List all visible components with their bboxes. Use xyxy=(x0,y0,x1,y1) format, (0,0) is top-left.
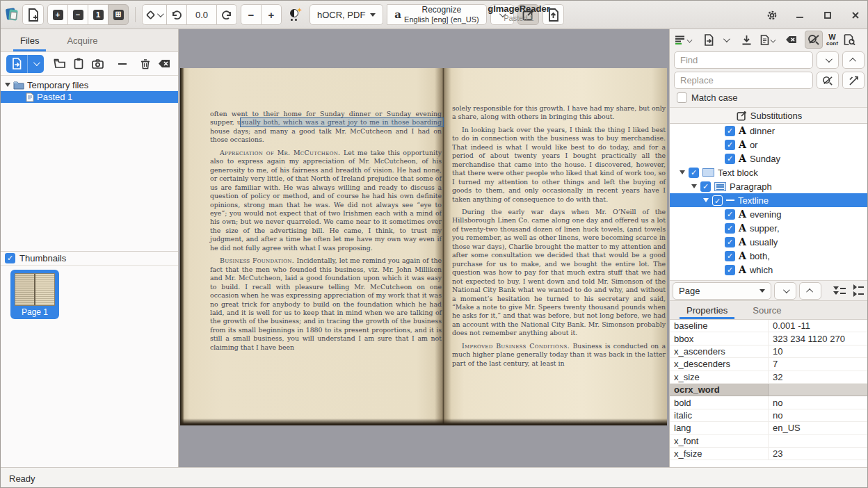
thumbnails-checkbox[interactable]: ✓ xyxy=(5,253,15,263)
tab-source[interactable]: Source xyxy=(741,301,792,319)
word-checkbox[interactable]: ✓ xyxy=(725,126,735,136)
zoom-out-button[interactable]: − xyxy=(67,4,88,25)
scanned-book-image[interactable]: often went to their home for Sunday dinn… xyxy=(180,68,667,425)
word-checkbox[interactable]: ✓ xyxy=(725,251,735,261)
settings-button[interactable] xyxy=(764,8,780,23)
decrease-button[interactable]: − xyxy=(241,4,262,25)
find-input[interactable] xyxy=(674,51,813,69)
property-row[interactable]: x_ascenders10 xyxy=(670,345,868,358)
tree-folder-row[interactable]: Temporary files xyxy=(1,79,178,91)
rotation-angle-value[interactable]: 0.0 xyxy=(186,4,217,25)
tree-paragraph-row[interactable]: ✓ Paragraph xyxy=(670,179,868,193)
property-row[interactable]: x_size32 xyxy=(670,371,868,384)
word-checkbox[interactable]: ✓ xyxy=(725,154,735,164)
property-row[interactable]: bbox323 234 1120 270 xyxy=(670,332,868,345)
files-toolbar xyxy=(1,52,178,76)
property-row[interactable]: boldno xyxy=(670,396,868,409)
delete-source-button[interactable] xyxy=(138,55,154,73)
expander-icon[interactable] xyxy=(703,198,709,202)
property-row[interactable]: x_font xyxy=(670,435,868,448)
property-row[interactable]: x_fsize23 xyxy=(670,448,868,460)
expander-icon[interactable] xyxy=(680,170,685,174)
increase-button[interactable]: + xyxy=(261,4,282,25)
rotate-mode-button[interactable] xyxy=(142,4,167,25)
match-case-checkbox[interactable] xyxy=(677,92,687,103)
property-section-row[interactable]: ocrx_word xyxy=(670,384,868,396)
maximize-button[interactable] xyxy=(820,8,835,23)
word-confidence-toggle[interactable]: W conf xyxy=(824,31,840,49)
save-hocr-button[interactable] xyxy=(739,31,754,49)
replace-input[interactable] xyxy=(674,72,813,89)
zoom-fit-button[interactable]: ⊞ xyxy=(108,4,129,25)
export-menu-button[interactable] xyxy=(758,31,778,49)
zoom-in-button[interactable]: + xyxy=(47,4,68,25)
expander-icon[interactable] xyxy=(5,83,10,87)
property-row[interactable]: x_descenders7 xyxy=(670,358,868,371)
target-select[interactable]: Page xyxy=(673,282,771,300)
clear-output-button[interactable] xyxy=(783,31,799,49)
open-button[interactable] xyxy=(6,55,27,73)
open-menu-button[interactable] xyxy=(27,55,43,73)
image-controls-button[interactable]: ✦ xyxy=(285,4,306,25)
minimize-button[interactable] xyxy=(792,8,807,23)
screenshot-button[interactable] xyxy=(90,55,106,73)
open-split-button[interactable] xyxy=(6,55,44,73)
property-row[interactable]: langen_US xyxy=(670,422,868,434)
tree-word-row[interactable]: ✓A evening xyxy=(670,207,868,221)
clear-sources-button[interactable] xyxy=(156,55,172,73)
find-replace-toggle[interactable] xyxy=(805,31,823,49)
find-next-button[interactable] xyxy=(817,51,839,69)
trash-icon xyxy=(140,58,150,70)
rotate-right-button[interactable] xyxy=(216,4,237,25)
word-checkbox[interactable]: ✓ xyxy=(725,140,735,150)
substitutions-button[interactable]: Substitutions xyxy=(670,107,868,124)
open-hocr-button[interactable] xyxy=(701,31,716,49)
close-button[interactable] xyxy=(848,8,863,23)
expander-icon[interactable] xyxy=(691,184,697,188)
word-checkbox[interactable]: ✓ xyxy=(725,209,735,220)
remove-source-button[interactable] xyxy=(114,55,130,73)
image-canvas[interactable]: often went to their home for Sunday dinn… xyxy=(179,29,669,467)
paragraph-checkbox[interactable]: ✓ xyxy=(700,181,711,192)
thumbnail-page-1[interactable]: Page 1 xyxy=(10,270,59,319)
tree-word-row[interactable]: ✓A dinner xyxy=(670,124,868,138)
textline-checkbox[interactable]: ✓ xyxy=(712,195,723,206)
next-item-button[interactable] xyxy=(774,282,796,300)
word-checkbox[interactable]: ✓ xyxy=(725,237,735,247)
app-logo-icon xyxy=(5,8,19,22)
replace-button[interactable] xyxy=(817,72,839,89)
word-checkbox[interactable]: ✓ xyxy=(725,265,735,275)
property-row[interactable]: baseline0.001 -11 xyxy=(670,320,868,332)
add-images-button[interactable] xyxy=(22,4,44,25)
tree-word-row[interactable]: ✓A which xyxy=(670,263,868,277)
output-mode-dropdown[interactable]: hOCR, PDF xyxy=(310,4,383,25)
open-menu-button[interactable] xyxy=(718,31,733,49)
find-prev-button[interactable] xyxy=(842,51,865,69)
expand-all-button[interactable] xyxy=(831,282,848,300)
property-row[interactable]: italicno xyxy=(670,409,868,422)
preview-button[interactable] xyxy=(842,31,858,49)
tree-word-row[interactable]: ✓A Sunday xyxy=(670,152,868,165)
prev-item-button[interactable] xyxy=(799,282,821,300)
tree-word-row[interactable]: ✓A supper, xyxy=(670,221,868,235)
tab-properties[interactable]: Properties xyxy=(675,301,739,319)
tree-word-row[interactable]: ✓A usually xyxy=(670,235,868,249)
tree-word-row[interactable]: ✓A or xyxy=(670,138,868,152)
zoom-original-button[interactable]: 1 xyxy=(88,4,108,25)
tree-word-row[interactable]: ✓A both, xyxy=(670,249,868,263)
word-checkbox[interactable]: ✓ xyxy=(725,223,735,234)
tree-textblock-row[interactable]: ✓ Text block xyxy=(670,165,868,179)
paste-button[interactable] xyxy=(71,55,87,73)
open-folder-button[interactable] xyxy=(52,55,68,73)
rotate-left-button[interactable] xyxy=(166,4,187,25)
tree-file-row[interactable]: Pasted 1 xyxy=(1,91,178,103)
document-subtitle: Pasted 1 xyxy=(446,14,592,22)
textblock-checkbox[interactable]: ✓ xyxy=(689,168,699,178)
insert-mode-button[interactable] xyxy=(673,31,694,49)
tab-acquire[interactable]: Acquire xyxy=(54,29,110,51)
replace-all-button[interactable] xyxy=(842,72,865,89)
tab-files[interactable]: Files xyxy=(8,29,51,51)
thumbnails-header: ✓ Thumbnails xyxy=(1,251,178,266)
collapse-all-button[interactable] xyxy=(851,282,866,300)
tree-textline-row[interactable]: ✓ Textline xyxy=(670,193,868,207)
